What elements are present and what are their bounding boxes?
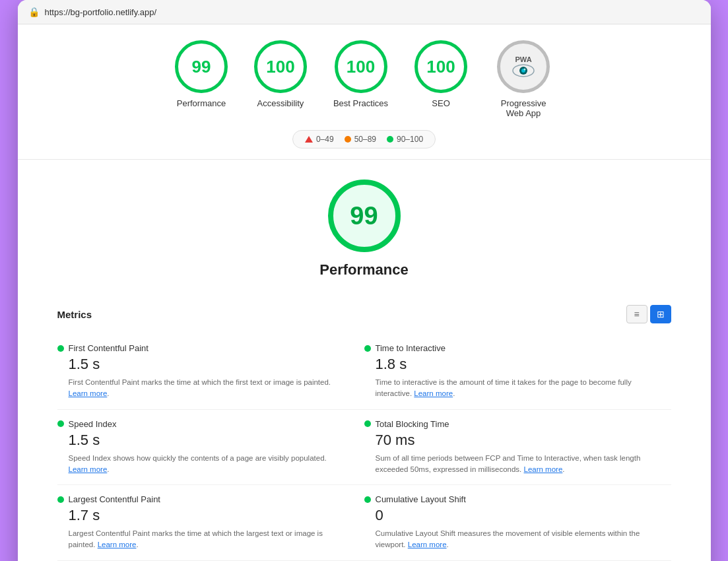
metric-tbt: Total Blocking Time 70 ms Sum of all tim… [364,410,671,486]
tbt-name: Total Blocking Time [376,419,449,429]
big-score-value: 99 [350,202,378,230]
metrics-title: Metrics [57,309,92,320]
legend-mid-label: 50–89 [354,135,376,144]
metric-fcp: First Contentful Paint 1.5 s First Conte… [57,334,364,410]
list-view-button[interactable]: ≡ [626,305,647,323]
browser-bar: 🔒 https://bg-portfolio.netlify.app/ [18,0,711,24]
grid-view-button[interactable]: ⊞ [650,305,671,323]
cls-dot [364,496,371,503]
metric-tti: Time to Interactive 1.8 s Time to intera… [364,334,671,410]
lcp-desc: Largest Contentful Paint marks the time … [57,528,338,551]
low-icon [305,136,313,143]
legend-high-label: 90–100 [397,135,423,144]
score-circle-pwa: PWA [497,40,550,93]
tbt-dot [364,420,371,427]
fcp-value: 1.5 s [57,356,338,373]
perf-title: Performance [319,261,409,279]
tti-dot [364,345,371,352]
pwa-icon [512,63,535,78]
url-bar[interactable]: https://bg-portfolio.netlify.app/ [45,7,157,17]
tti-value: 1.8 s [364,356,661,373]
lock-icon: 🔒 [28,7,40,17]
si-dot [57,420,64,427]
metric-cls: Cumulative Layout Shift 0 Cumulative Lay… [364,485,671,561]
score-card-accessibility: 100 Accessibility [254,40,307,108]
score-card-performance: 99 Performance [175,40,228,108]
big-score-circle: 99 [328,180,401,252]
si-value: 1.5 s [57,432,338,449]
content-area: 99 Performance 100 Accessibility 100 [18,24,711,561]
metrics-grid: First Contentful Paint 1.5 s First Conte… [57,334,671,561]
legend-low-label: 0–49 [316,135,334,144]
pwa-label-small: PWA [515,55,532,63]
cls-learn-more[interactable]: Learn more [408,541,447,548]
si-desc: Speed Index shows how quickly the conten… [57,453,338,476]
tti-name: Time to Interactive [376,343,446,353]
legend-mid: 50–89 [345,135,376,144]
score-label-pwa: Progressive Web App [494,98,553,118]
score-cards: 99 Performance 100 Accessibility 100 [175,40,553,118]
scores-section: 99 Performance 100 Accessibility 100 [18,24,711,160]
score-label-performance: Performance [177,98,226,108]
score-card-seo: 100 SEO [414,40,467,108]
si-learn-more[interactable]: Learn more [69,465,108,473]
pwa-inner: PWA [512,55,535,78]
lcp-value: 1.7 s [57,507,338,524]
metrics-section: Metrics ≡ ⊞ First Contentful Paint 1.5 s… [18,305,711,561]
tti-learn-more[interactable]: Learn more [414,389,453,397]
score-circle-accessibility: 100 [254,40,307,93]
metric-lcp: Largest Contentful Paint 1.7 s Largest C… [57,485,364,561]
cls-desc: Cumulative Layout Shift measures the mov… [364,528,661,551]
tti-desc: Time to interactive is the amount of tim… [364,377,661,400]
cls-name: Cumulative Layout Shift [376,494,466,504]
lcp-learn-more[interactable]: Learn more [98,541,137,548]
metrics-header: Metrics ≡ ⊞ [57,305,671,323]
score-card-pwa: PWA Progressive Web App [494,40,553,118]
svg-point-3 [524,69,526,71]
metric-si: Speed Index 1.5 s Speed Index shows how … [57,410,364,486]
fcp-learn-more[interactable]: Learn more [69,389,108,397]
tbt-desc: Sum of all time periods between FCP and … [364,453,661,476]
score-circle-seo: 100 [414,40,467,93]
high-icon [387,136,393,143]
lcp-dot [57,496,64,503]
legend-bar: 0–49 50–89 90–100 [292,130,436,148]
score-circle-best-practices: 100 [335,40,387,93]
score-card-best-practices: 100 Best Practices [333,40,388,108]
mid-icon [345,136,351,143]
legend-high: 90–100 [387,135,423,144]
cls-value: 0 [364,507,661,524]
lcp-name: Largest Contentful Paint [69,494,160,504]
fcp-desc: First Contentful Paint marks the time at… [57,377,338,400]
score-label-seo: SEO [432,98,449,108]
browser-window: 🔒 https://bg-portfolio.netlify.app/ 99 P… [18,0,711,561]
view-toggle: ≡ ⊞ [626,305,671,323]
tbt-value: 70 ms [364,432,661,449]
si-name: Speed Index [69,419,117,429]
fcp-dot [57,345,64,352]
fcp-name: First Contentful Paint [69,343,149,353]
score-label-accessibility: Accessibility [257,98,304,108]
legend-low: 0–49 [305,135,334,144]
perf-section: 99 Performance [18,160,711,305]
score-circle-performance: 99 [175,40,228,93]
tbt-learn-more[interactable]: Learn more [524,465,563,473]
score-label-best-practices: Best Practices [333,98,388,108]
